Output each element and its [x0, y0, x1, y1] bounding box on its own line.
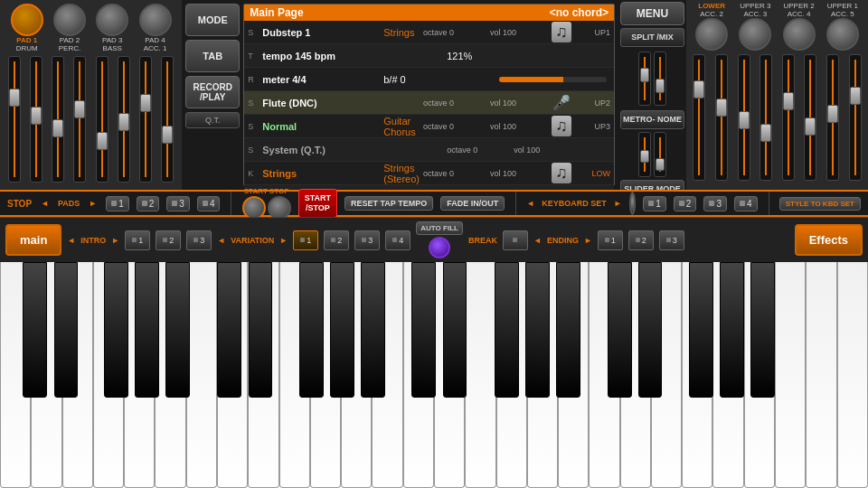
fader-7[interactable]	[139, 56, 152, 183]
white-key-g4[interactable]	[775, 262, 806, 488]
fader-r1[interactable]	[693, 54, 705, 181]
break-btn[interactable]	[503, 230, 528, 250]
kbdset-1-btn[interactable]: 1	[643, 196, 666, 211]
kbdset-2-btn[interactable]: 2	[674, 196, 697, 211]
fader-3[interactable]	[52, 56, 64, 183]
black-key-fs4[interactable]	[689, 262, 713, 398]
black-key-as2[interactable]	[361, 262, 385, 398]
black-key-gs1[interactable]	[135, 262, 159, 398]
pad-acc2-btn[interactable]	[695, 18, 728, 51]
fader-7-handle[interactable]	[140, 94, 151, 112]
black-key-ds1[interactable]	[54, 262, 79, 398]
pad-3-btn[interactable]: 3	[166, 196, 190, 211]
black-key-ds4[interactable]	[638, 262, 663, 398]
black-key-fs1[interactable]	[104, 262, 128, 398]
black-key-cs4[interactable]	[608, 262, 632, 398]
start-stop-button[interactable]: START /STOP	[298, 189, 337, 218]
fader-r3[interactable]	[738, 54, 750, 181]
kbdset-3-btn[interactable]: 3	[703, 196, 727, 211]
variation-3-btn[interactable]: 3	[354, 230, 380, 250]
menu-fader-2[interactable]	[654, 52, 666, 106]
style-to-kbdset-button[interactable]: STYLE TO KBD SET	[779, 197, 861, 211]
kbdset-4-btn[interactable]: 4	[734, 196, 758, 211]
black-key-cs1[interactable]	[23, 262, 47, 398]
fader-4[interactable]	[73, 56, 86, 183]
white-key-b4[interactable]	[837, 262, 868, 488]
fader-r2[interactable]	[715, 54, 728, 181]
tab-button[interactable]: TAB	[185, 40, 240, 72]
kbdset-round-btn[interactable]	[629, 192, 637, 215]
main-button[interactable]: main	[5, 224, 61, 256]
pad-acc3-btn[interactable]	[739, 18, 771, 51]
fader-r6[interactable]	[804, 54, 816, 181]
fader-r3-handle[interactable]	[739, 111, 750, 129]
fader-2[interactable]	[30, 56, 42, 183]
display-row-6[interactable]: S System (Q.T.) octave 0 vol 100	[244, 138, 614, 162]
metro-fader-2-handle[interactable]	[656, 158, 665, 171]
stop-button[interactable]: STOP	[7, 199, 32, 209]
fader-6-handle[interactable]	[118, 113, 129, 131]
white-key-b1[interactable]	[186, 262, 217, 488]
black-key-cs3[interactable]	[411, 262, 436, 398]
black-key-fs3[interactable]	[495, 262, 519, 398]
pad-2-btn[interactable]: 2	[137, 196, 160, 211]
black-key-fs2[interactable]	[299, 262, 324, 398]
fader-r1-handle[interactable]	[693, 80, 704, 99]
fader-2-handle[interactable]	[31, 107, 42, 125]
effects-button[interactable]: Effects	[795, 224, 863, 256]
fader-r4-handle[interactable]	[760, 124, 771, 142]
black-key-gs2[interactable]	[330, 262, 354, 398]
fader-r5[interactable]	[782, 54, 795, 181]
intro-3-btn[interactable]: 3	[186, 230, 212, 250]
white-key-d3[interactable]	[465, 262, 495, 488]
display-row-3[interactable]: R meter 4/4 b/# 0	[244, 68, 614, 91]
fader-r8[interactable]	[849, 54, 862, 181]
pad-1-btn[interactable]: 1	[106, 196, 129, 211]
variation-4-btn[interactable]: 4	[385, 230, 410, 250]
display-row-1[interactable]: S Dubstep 1 Strings octave 0 vol 100 ♫ U…	[244, 21, 614, 44]
variation-1-btn[interactable]: 1	[293, 230, 318, 250]
menu-fader-2-handle[interactable]	[656, 79, 665, 93]
metronome-button[interactable]: METRO- NOME	[620, 110, 684, 129]
fader-r8-handle[interactable]	[850, 87, 861, 105]
fade-button[interactable]: FADE IN/OUT	[440, 196, 505, 211]
display-row-2[interactable]: T tempo 145 bpm 121%	[244, 44, 614, 68]
black-key-as1[interactable]	[165, 262, 190, 398]
fader-4-handle[interactable]	[74, 100, 85, 118]
fader-8-handle[interactable]	[162, 126, 173, 144]
display-row-5[interactable]: S Normal Guitar Chorus octave 0 vol 100 …	[244, 115, 614, 138]
fader-1[interactable]	[8, 56, 21, 183]
pad-acc5-btn[interactable]	[826, 18, 859, 51]
auto-fill-round-btn[interactable]	[429, 237, 450, 258]
pad-1-drum-btn[interactable]	[11, 4, 43, 36]
black-key-as4[interactable]	[750, 262, 775, 398]
split-mix-button[interactable]: SPLIT /MIX	[620, 28, 684, 47]
fader-r2-handle[interactable]	[716, 99, 727, 117]
pad-3-bass-btn[interactable]	[96, 4, 128, 36]
fader-3-handle[interactable]	[52, 119, 63, 137]
fader-r7[interactable]	[826, 54, 839, 181]
ending-2-btn[interactable]: 2	[628, 230, 654, 250]
black-key-cs2[interactable]	[217, 262, 241, 398]
pad-4-btn[interactable]: 4	[197, 196, 221, 211]
black-key-gs4[interactable]	[720, 262, 744, 398]
metro-fader-1[interactable]	[638, 132, 651, 177]
metro-fader-1-handle[interactable]	[640, 150, 649, 163]
display-row-4[interactable]: S Flute (DNC) octave 0 vol 100 🎤 UP2	[244, 91, 614, 115]
fader-1-handle[interactable]	[9, 89, 20, 107]
mode-button[interactable]: MODE	[185, 4, 240, 36]
intro-1-btn[interactable]: 1	[125, 230, 150, 250]
black-key-ds2[interactable]	[249, 262, 273, 398]
reset-tap-button[interactable]: RESET TAP TEMPO	[344, 196, 433, 211]
fader-r6-handle[interactable]	[805, 117, 816, 136]
fader-5[interactable]	[96, 56, 108, 183]
black-key-ds3[interactable]	[443, 262, 467, 398]
black-key-as3[interactable]	[556, 262, 580, 398]
fader-r4[interactable]	[760, 54, 772, 181]
black-key-gs3[interactable]	[525, 262, 550, 398]
variation-2-btn[interactable]: 2	[324, 230, 349, 250]
ending-1-btn[interactable]: 1	[598, 230, 623, 250]
display-row-7[interactable]: K Strings Strings (Stereo) octave 0 vol …	[244, 162, 614, 185]
fader-8[interactable]	[161, 56, 174, 183]
menu-button[interactable]: MENU	[620, 2, 684, 25]
